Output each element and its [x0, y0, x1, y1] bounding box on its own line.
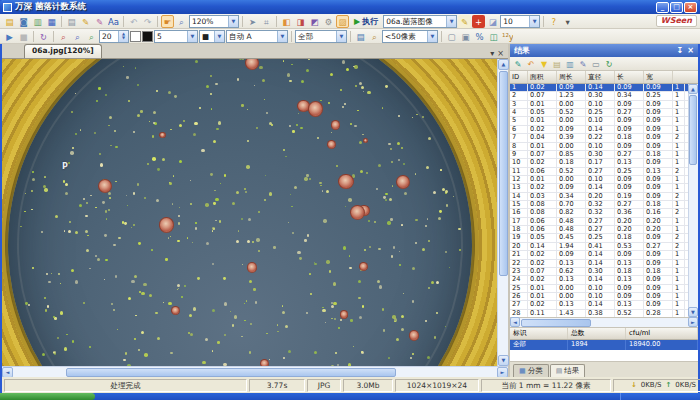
find-colony-icon[interactable]: ⌕ — [368, 30, 381, 43]
image-tab[interactable]: 06a.jpg[120%] — [24, 44, 102, 58]
table-row[interactable]: 60.020.090.140.090.091 — [510, 126, 688, 134]
table-scroll-right-icon[interactable]: ► — [688, 317, 698, 327]
scroll-down-icon[interactable]: ▼ — [498, 355, 509, 366]
summary-row[interactable]: 全部 1894 18940.00 — [510, 340, 698, 350]
table-row[interactable]: 90.070.850.300.270.181 — [510, 151, 688, 159]
table-row[interactable]: 40.050.520.250.270.091 — [510, 109, 688, 117]
camera-capture-icon[interactable]: ◙ — [17, 15, 30, 28]
refresh-icon[interactable]: ↻ — [603, 58, 615, 70]
marker-pen-icon[interactable]: ✎ — [93, 15, 106, 28]
help-icon[interactable]: ? — [547, 15, 560, 28]
help-caret-icon[interactable]: ▾ — [561, 15, 574, 28]
percent-icon[interactable]: % — [473, 30, 486, 43]
execute-button[interactable]: ▶执行 — [350, 15, 382, 28]
table-row[interactable]: 230.070.620.300.180.181 — [510, 268, 688, 276]
save-icon[interactable]: ▦ — [45, 15, 58, 28]
magic-select-icon[interactable]: ▨ — [336, 15, 349, 28]
threshold-spinner[interactable]: 20▲▼ — [99, 30, 129, 43]
panel-close-icon[interactable]: × — [687, 46, 694, 55]
new-doc-icon[interactable]: ▢ — [445, 30, 458, 43]
scanner-icon[interactable]: ▥ — [31, 15, 44, 28]
vertical-scroll-thumb[interactable] — [499, 71, 508, 276]
redo-icon[interactable]: ↷ — [141, 15, 154, 28]
point-size-combo[interactable]: 10▼ — [500, 15, 540, 28]
table-row[interactable]: 170.060.480.270.200.201 — [510, 218, 688, 226]
filter-icon[interactable]: ▼ — [538, 58, 550, 70]
table-row[interactable]: 260.010.000.100.090.091 — [510, 293, 688, 301]
zoom-reset-icon[interactable]: ⌕ — [85, 30, 98, 43]
table-scroll-up-icon[interactable]: ▲ — [688, 84, 698, 94]
table-row[interactable]: 130.020.090.140.090.091 — [510, 184, 688, 192]
zoom-in-icon[interactable]: ⌕ — [57, 30, 70, 43]
add-colony-icon[interactable]: + — [472, 15, 485, 28]
mode-combo[interactable]: 自动 A▼ — [226, 30, 288, 43]
play-icon[interactable]: ▶ — [3, 30, 16, 43]
column-header[interactable]: ID — [510, 71, 528, 83]
pencil-icon[interactable]: ✎ — [79, 15, 92, 28]
column-header[interactable]: 长 — [615, 71, 644, 83]
formula-icon[interactable]: ¹²y — [501, 30, 514, 43]
table-row[interactable]: 80.010.000.100.090.091 — [510, 143, 688, 151]
tab-menu-icon[interactable]: ▾ — [490, 49, 494, 58]
table-row[interactable]: 110.060.520.270.250.132 — [510, 168, 688, 176]
table-scroll-down-icon[interactable]: ▼ — [688, 307, 698, 317]
column-header[interactable] — [673, 71, 685, 83]
category-combo[interactable]: 全部▼ — [295, 30, 347, 43]
table-horizontal-scrollbar[interactable]: ◄ ► — [510, 318, 698, 328]
hand-tool-icon[interactable]: ☛ — [161, 15, 174, 28]
table-row[interactable]: 20.071.230.300.340.251 — [510, 92, 688, 100]
foreground-color-swatch[interactable] — [142, 31, 153, 42]
image-source-combo[interactable]: 06a.菌落图像▼ — [383, 15, 457, 28]
table-row[interactable]: 70.040.390.220.180.092 — [510, 134, 688, 142]
table-row[interactable]: 150.080.700.320.270.181 — [510, 201, 688, 209]
tab-results[interactable]: ▤ 结果 — [550, 364, 586, 377]
mark-pen-icon[interactable]: ✎ — [512, 58, 524, 70]
table-row[interactable]: 50.010.000.100.090.091 — [510, 117, 688, 125]
minimize-button[interactable]: _ — [656, 2, 669, 13]
copy-table-icon[interactable]: ▤ — [551, 58, 563, 70]
rotate-icon[interactable]: ↻ — [37, 30, 50, 43]
maximize-button[interactable]: □ — [670, 2, 683, 13]
table-row[interactable]: 280.111.430.380.520.281 — [510, 310, 688, 318]
column-header[interactable]: 面积 — [528, 71, 557, 83]
table-row[interactable]: 30.010.000.100.090.091 — [510, 101, 688, 109]
size-filter-combo[interactable]: <50像素▼ — [382, 30, 438, 43]
label-mark-icon[interactable]: ◩ — [308, 15, 321, 28]
zoom-out-icon[interactable]: ⌕ — [71, 30, 84, 43]
scroll-up-icon[interactable]: ▲ — [498, 59, 509, 70]
print-icon[interactable]: ▤ — [65, 15, 78, 28]
select-region-icon[interactable]: ▭ — [590, 58, 602, 70]
settings-icon[interactable]: ⚙ — [322, 15, 335, 28]
report-doc-icon[interactable]: ▣ — [459, 30, 472, 43]
undo-icon[interactable]: ↶ — [127, 15, 140, 28]
text-tool-icon[interactable]: Aa — [107, 15, 120, 28]
image-horizontal-scrollbar[interactable]: ◄ ► — [2, 366, 508, 377]
sample-pick-icon[interactable]: ◧ — [280, 15, 293, 28]
erase-colony-icon[interactable]: ◪ — [486, 15, 499, 28]
measure-tool-icon[interactable]: ⌗ — [260, 15, 273, 28]
pen-width-combo[interactable]: 5▼ — [154, 30, 198, 43]
table-hscroll-thumb[interactable] — [521, 319, 591, 327]
image-vertical-scrollbar[interactable]: ▲ ▼ — [497, 59, 508, 366]
table-row[interactable]: 160.080.820.320.360.162 — [510, 209, 688, 217]
table-row[interactable]: 220.020.130.140.130.091 — [510, 260, 688, 268]
table-row[interactable]: 200.141.940.410.530.272 — [510, 243, 688, 251]
edit-result-icon[interactable]: ✎ — [458, 15, 471, 28]
horizontal-scroll-thumb[interactable] — [66, 368, 396, 377]
compare-icon[interactable]: ◫ — [487, 30, 500, 43]
open-image-icon[interactable]: ▤ — [3, 15, 16, 28]
edit-cell-icon[interactable]: ✎ — [577, 58, 589, 70]
table-row[interactable]: 140.030.340.200.190.092 — [510, 193, 688, 201]
petri-dish-image[interactable]: P — [2, 59, 497, 366]
table-scroll-thumb[interactable] — [689, 95, 697, 165]
tab-classification[interactable]: ▦ 分类 — [513, 364, 549, 377]
background-color-swatch[interactable] — [130, 31, 141, 42]
region-mark-icon[interactable]: ◨ — [294, 15, 307, 28]
close-button[interactable]: × — [684, 2, 697, 13]
zoom-tool-icon[interactable]: ⌕ — [175, 15, 188, 28]
zoom-level-combo[interactable]: 120%▼ — [189, 15, 239, 28]
export-table-icon[interactable]: ▥ — [564, 58, 576, 70]
start-button[interactable] — [0, 393, 95, 400]
table-row[interactable]: 250.010.000.100.090.091 — [510, 285, 688, 293]
pin-icon[interactable]: ↧ — [677, 46, 684, 55]
